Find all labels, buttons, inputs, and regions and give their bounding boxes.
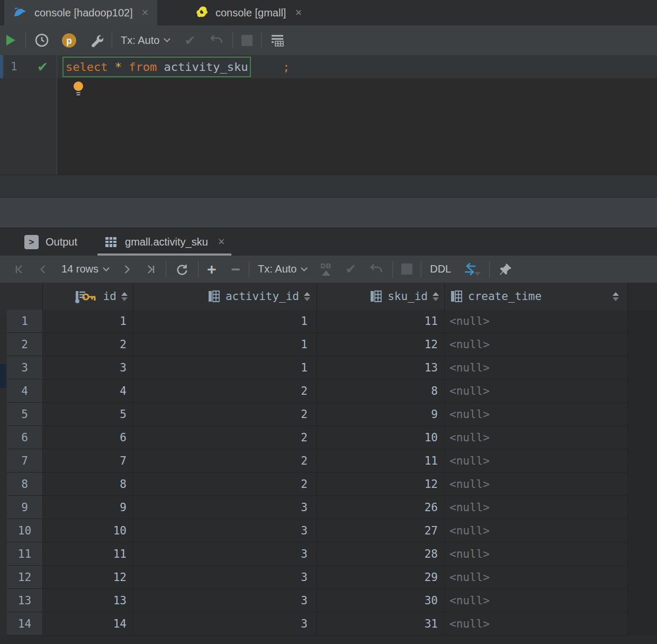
tab-output[interactable]: > Output (15, 228, 87, 256)
cell-sku-id[interactable]: 10 (317, 426, 445, 449)
row-number-cell[interactable]: 3 (7, 356, 43, 379)
previous-page-icon[interactable] (37, 263, 50, 276)
close-icon[interactable]: × (218, 236, 225, 248)
add-row-icon[interactable]: + (207, 261, 217, 277)
cell-create-time[interactable]: <null> (445, 426, 628, 449)
cell-create-time[interactable]: <null> (445, 496, 628, 519)
wrench-settings-icon[interactable] (89, 33, 103, 48)
cell-create-time[interactable]: <null> (445, 333, 628, 356)
row-number-cell[interactable]: 9 (7, 496, 43, 519)
first-page-icon[interactable] (13, 263, 25, 276)
cell-id[interactable]: 13 (43, 589, 133, 612)
cell-activity-id[interactable]: 2 (133, 403, 317, 426)
cell-activity-id[interactable]: 2 (133, 379, 317, 403)
cell-create-time[interactable]: <null> (445, 566, 628, 589)
rollback-undo-icon[interactable] (369, 262, 384, 277)
column-header-create-time[interactable]: create_time (445, 283, 628, 310)
cell-sku-id[interactable]: 26 (317, 496, 445, 519)
cell-id[interactable]: 10 (43, 519, 133, 542)
cell-create-time[interactable]: <null> (445, 310, 628, 333)
cell-sku-id[interactable]: 9 (317, 403, 445, 426)
last-page-icon[interactable] (145, 263, 157, 276)
cell-activity-id[interactable]: 2 (133, 426, 317, 449)
row-number-cell[interactable]: 2 (7, 333, 43, 356)
row-number-cell[interactable]: 4 (7, 379, 43, 403)
cell-create-time[interactable]: <null> (445, 612, 628, 636)
cell-sku-id[interactable]: 31 (317, 612, 445, 636)
cell-activity-id[interactable]: 1 (133, 356, 317, 379)
tx-mode-dropdown[interactable]: Tx: Auto (121, 34, 169, 47)
cell-sku-id[interactable]: 13 (317, 356, 445, 379)
cell-sku-id[interactable]: 12 (317, 473, 445, 496)
row-number-cell[interactable]: 12 (7, 566, 43, 589)
row-number-cell[interactable]: 11 (7, 542, 43, 566)
cell-sku-id[interactable]: 8 (317, 379, 445, 403)
row-number-cell[interactable]: 7 (7, 449, 43, 473)
row-number-cell[interactable]: 10 (7, 519, 43, 542)
commit-check-icon[interactable]: ✔ (184, 33, 195, 48)
cell-id[interactable]: 9 (43, 496, 133, 519)
column-header-activity-id[interactable]: activity_id (133, 283, 317, 310)
tab-console-gmall[interactable]: console [gmall] × (186, 0, 310, 25)
panel-splitter[interactable] (0, 197, 657, 228)
cell-sku-id[interactable]: 29 (317, 566, 445, 589)
cell-activity-id[interactable]: 3 (133, 589, 317, 612)
row-number-cell[interactable]: 5 (7, 403, 43, 426)
cell-activity-id[interactable]: 3 (133, 519, 317, 542)
cell-id[interactable]: 14 (43, 612, 133, 636)
sort-toggle-icon[interactable] (433, 292, 439, 301)
column-header-sku-id[interactable]: sku_id (317, 283, 445, 310)
cell-activity-id[interactable]: 2 (133, 473, 317, 496)
cell-activity-id[interactable]: 3 (133, 542, 317, 566)
cell-sku-id[interactable]: 11 (317, 310, 445, 333)
cell-create-time[interactable]: <null> (445, 356, 628, 379)
cell-id[interactable]: 2 (43, 333, 133, 356)
sort-toggle-icon[interactable] (121, 292, 128, 301)
ddl-button[interactable]: DDL (430, 263, 451, 275)
cell-create-time[interactable]: <null> (445, 449, 628, 473)
tab-result-grid[interactable]: gmall.activity_sku × (94, 228, 235, 256)
cell-create-time[interactable]: <null> (445, 379, 628, 403)
sql-statement[interactable]: select * from activity_sku (62, 57, 251, 77)
page-size-dropdown[interactable]: 14 rows (61, 263, 109, 275)
cell-sku-id[interactable]: 12 (317, 333, 445, 356)
cell-sku-id[interactable]: 30 (317, 589, 445, 612)
cell-activity-id[interactable]: 2 (133, 449, 317, 473)
submit-to-db-icon[interactable]: DB (320, 262, 331, 276)
commit-check-icon[interactable]: ✔ (345, 261, 356, 277)
stop-icon[interactable] (241, 35, 253, 46)
cell-activity-id[interactable]: 3 (133, 496, 317, 519)
run-icon[interactable] (3, 33, 17, 47)
sql-editor[interactable]: 1 ✔ select * from activity_sku ; (0, 55, 657, 175)
row-number-cell[interactable]: 6 (7, 426, 43, 449)
stop-icon[interactable] (401, 264, 412, 275)
rollback-undo-icon[interactable] (209, 33, 224, 48)
row-number-cell[interactable]: 8 (7, 473, 43, 496)
intention-bulb-icon[interactable] (72, 80, 85, 99)
cell-create-time[interactable]: <null> (445, 473, 628, 496)
close-icon[interactable]: × (142, 7, 149, 19)
tab-console-hadoop102[interactable]: console [hadoop102] × (4, 0, 157, 25)
pin-tab-icon[interactable] (498, 262, 513, 277)
cell-id[interactable]: 6 (43, 426, 133, 449)
delete-row-icon[interactable]: − (231, 261, 241, 277)
reload-refresh-icon[interactable] (175, 262, 190, 277)
sort-toggle-icon[interactable] (613, 292, 619, 301)
cell-sku-id[interactable]: 28 (317, 542, 445, 566)
column-header-id[interactable]: id (43, 283, 133, 310)
cell-id[interactable]: 7 (43, 449, 133, 473)
cell-activity-id[interactable]: 3 (133, 612, 317, 636)
sort-toggle-icon[interactable] (304, 292, 310, 301)
close-icon[interactable]: × (295, 7, 302, 19)
next-page-icon[interactable] (120, 263, 133, 276)
cell-create-time[interactable]: <null> (445, 589, 628, 612)
cell-create-time[interactable]: <null> (445, 519, 628, 542)
cell-id[interactable]: 3 (43, 356, 133, 379)
row-number-cell[interactable]: 13 (7, 589, 43, 612)
tx-mode-dropdown-grid[interactable]: Tx: Auto (258, 263, 307, 275)
cell-id[interactable]: 8 (43, 473, 133, 496)
row-number-cell[interactable]: 1 (7, 310, 43, 333)
cell-id[interactable]: 12 (43, 566, 133, 589)
cell-create-time[interactable]: <null> (445, 542, 628, 566)
cell-sku-id[interactable]: 11 (317, 449, 445, 473)
